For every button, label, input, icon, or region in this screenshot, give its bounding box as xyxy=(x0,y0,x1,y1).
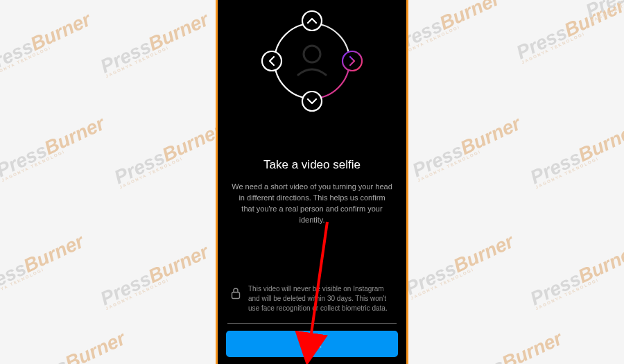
page-title: Take a video selfie xyxy=(263,158,361,172)
svg-rect-5 xyxy=(232,293,240,299)
svg-point-1 xyxy=(262,51,281,71)
description-text: We need a short video of you turning you… xyxy=(218,182,406,226)
lock-icon xyxy=(230,287,241,302)
svg-point-3 xyxy=(343,51,362,71)
divider xyxy=(227,323,397,324)
svg-point-0 xyxy=(302,11,322,31)
svg-point-4 xyxy=(304,46,320,62)
next-button[interactable]: Next xyxy=(226,331,398,357)
bottom-area: This video will never be visible on Inst… xyxy=(218,284,406,364)
video-selfie-direction-icon xyxy=(257,6,367,116)
privacy-note: This video will never be visible on Inst… xyxy=(248,284,394,313)
svg-point-2 xyxy=(302,92,322,111)
phone-screen: Take a video selfie We need a short vide… xyxy=(216,0,408,364)
